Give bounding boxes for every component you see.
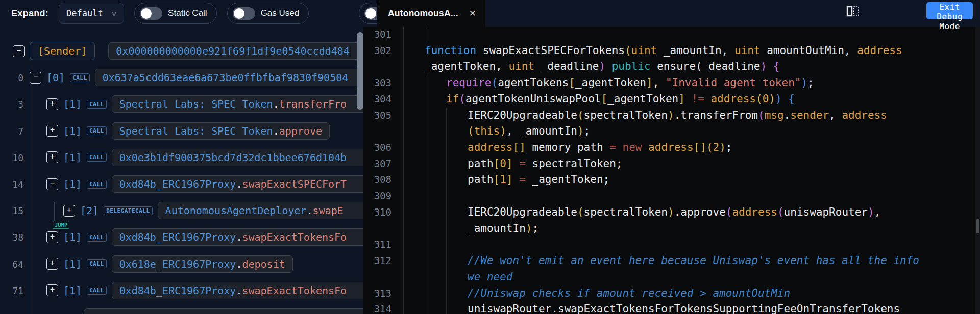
- code-token: [642, 141, 648, 153]
- code-token: [513, 173, 520, 186]
- chevron-down-icon: ∨: [111, 10, 117, 17]
- expand-mode-value: Default: [66, 8, 103, 18]
- split-view-icon[interactable]: [846, 6, 860, 17]
- expand-button[interactable]: +: [46, 258, 58, 270]
- indent-guide: [425, 172, 425, 188]
- line-number[interactable]: 310: [363, 204, 391, 221]
- jump-badge[interactable]: JUMP: [53, 221, 69, 229]
- trace-call-box[interactable]: Spectral Labs: SPEC Token.transferFro: [112, 95, 363, 113]
- trace-call-box[interactable]: [84, 308, 363, 314]
- collapse-button[interactable]: −: [13, 45, 24, 57]
- toggle-knob: [365, 8, 376, 19]
- trace-call-box[interactable]: 0xd84b_ERC1967Proxy.swapExactTokensFo: [112, 282, 363, 299]
- code-line: _agentToken, uint _deadline) public ensu…: [363, 59, 980, 75]
- expand-button[interactable]: +: [46, 231, 58, 243]
- trace-connector-line: [54, 202, 55, 221]
- trace-call-box[interactable]: 0x618e_ERC1967Proxy.deposit: [112, 255, 293, 273]
- indent-guide: [403, 140, 404, 156]
- line-number[interactable]: 306: [363, 140, 391, 156]
- line-number[interactable]: 303: [363, 75, 391, 91]
- code-line: 314uniswapRouter.swapExactTokensForToken…: [363, 301, 980, 314]
- expand-button[interactable]: +: [46, 151, 58, 163]
- static-call-toggle[interactable]: Static Call: [134, 3, 217, 24]
- code-token: ): [769, 93, 775, 105]
- line-number[interactable]: 312: [363, 253, 391, 269]
- call-badge: CALL: [87, 153, 107, 162]
- trace-call-box[interactable]: 0x0e3b1df900375bcd7d32dc1bbee676d104b: [112, 149, 363, 166]
- sender-address-box[interactable]: 0x000000000000e921f69f1df9e0540ccdd484: [108, 42, 363, 60]
- code-token: (: [459, 93, 465, 105]
- trace-row: +[1]CALLSpectral Labs: SPEC Token.transf…: [46, 95, 363, 113]
- expand-button[interactable]: +: [46, 284, 58, 296]
- code-token: ;: [532, 222, 538, 234]
- toggle-knob: [234, 8, 244, 19]
- line-number[interactable]: 314: [363, 301, 391, 314]
- line-number[interactable]: 302: [363, 43, 391, 59]
- expand-button[interactable]: +: [46, 125, 58, 137]
- method-name: swapExactSPECForT: [242, 178, 347, 190]
- expand-mode-dropdown[interactable]: Default ∨: [59, 3, 124, 24]
- code-scrollbar-thumb[interactable]: [976, 219, 979, 233]
- line-number[interactable]: 305: [363, 108, 391, 124]
- indent-guide: [425, 27, 425, 43]
- trace-call-box[interactable]: 0x637a5cdd63eae6a673be0ffbfbaf9830f90504: [95, 69, 363, 86]
- expand-button[interactable]: +: [46, 98, 58, 110]
- code-token: [704, 93, 711, 105]
- method-name: swapE: [313, 204, 344, 217]
- line-number[interactable]: 307: [363, 156, 391, 172]
- trace-scrollbar-thumb[interactable]: [357, 32, 363, 110]
- trace-call-box[interactable]: AutonomousAgentDeployer.swapE: [158, 202, 363, 219]
- code-token: uint: [631, 44, 657, 57]
- line-number[interactable]: 311: [363, 237, 391, 253]
- trace-row: −[0]CALL0x637a5cdd63eae6a673be0ffbfbaf98…: [30, 69, 363, 86]
- code-token: IERC20Upgradeable: [468, 109, 577, 121]
- indent-guide: [425, 123, 425, 140]
- trace-call-box[interactable]: 0xd84b_ERC1967Proxy.swapExactSPECForT: [112, 175, 363, 193]
- code-token: //Uniswap checks if amount received > am…: [468, 287, 790, 299]
- sender-label[interactable]: [Sender]: [30, 42, 95, 60]
- trace-call-box[interactable]: Spectral Labs: SPEC Token.approve: [112, 122, 330, 140]
- line-number[interactable]: 313: [363, 285, 391, 302]
- method-separator: .: [273, 98, 279, 110]
- line-number[interactable]: 309: [363, 188, 391, 204]
- trace-index-number: 3: [0, 99, 23, 110]
- trace-call-box[interactable]: 0xd84b_ERC1967Proxy.swapExactTokensFo: [112, 228, 363, 246]
- trace-row: +[1]CALL0x0e3b1df900375bcd7d32dc1bbee676…: [46, 149, 363, 166]
- sender-address: 0x000000000000e921f69f1df9e0540ccdd484: [116, 45, 350, 57]
- collapse-button[interactable]: −: [30, 72, 41, 84]
- line-number[interactable]: 304: [363, 91, 391, 108]
- indent-guide: [446, 140, 447, 156]
- tab-autonomous-agent[interactable]: AutonomousA... ✕: [377, 0, 485, 27]
- gas-used-toggle-label: Gas Used: [261, 8, 300, 18]
- indent-guide: [425, 269, 425, 285]
- code-token: 0: [763, 93, 769, 105]
- toggle-track: [233, 7, 255, 20]
- method-name: swapExactTokensFo: [242, 284, 347, 297]
- trace-row: +[1]CALL0xd84b_ERC1967Proxy.swapExactTok…: [46, 228, 363, 246]
- line-number[interactable]: 301: [363, 27, 391, 43]
- indent-guide: [425, 237, 425, 253]
- code-text: _amountIn);: [468, 221, 538, 237]
- code-token: ): [719, 141, 726, 153]
- code-scrollbar: [975, 27, 980, 314]
- contract-name: 0x0e3b1df900375bcd7d32dc1bbee676d104b: [119, 151, 347, 164]
- code-token: //We won't emit an event here because Un…: [468, 254, 919, 267]
- exit-debug-mode-button[interactable]: Exit Debug Mode: [926, 2, 973, 19]
- code-token: path: [468, 158, 494, 170]
- expand-button[interactable]: +: [63, 205, 75, 217]
- indent-guide: [403, 237, 404, 253]
- gas-used-toggle[interactable]: Gas Used: [227, 3, 309, 24]
- code-text: _agentToken, uint _deadline) public ensu…: [425, 59, 779, 75]
- code-token: _agentToken: [575, 76, 646, 89]
- close-icon[interactable]: ✕: [468, 8, 477, 19]
- code-token: [](: [694, 141, 713, 153]
- indent-guide: [403, 156, 404, 172]
- code-token: ]: [646, 76, 653, 89]
- method-separator: .: [236, 284, 242, 297]
- indent-guide: [446, 188, 447, 204]
- collapse-button[interactable]: −: [46, 178, 58, 190]
- code-token: ;: [584, 125, 591, 137]
- code-token: spectralToken;: [526, 158, 623, 170]
- line-number[interactable]: 308: [363, 172, 391, 188]
- call-index-badge: [1]: [63, 98, 82, 110]
